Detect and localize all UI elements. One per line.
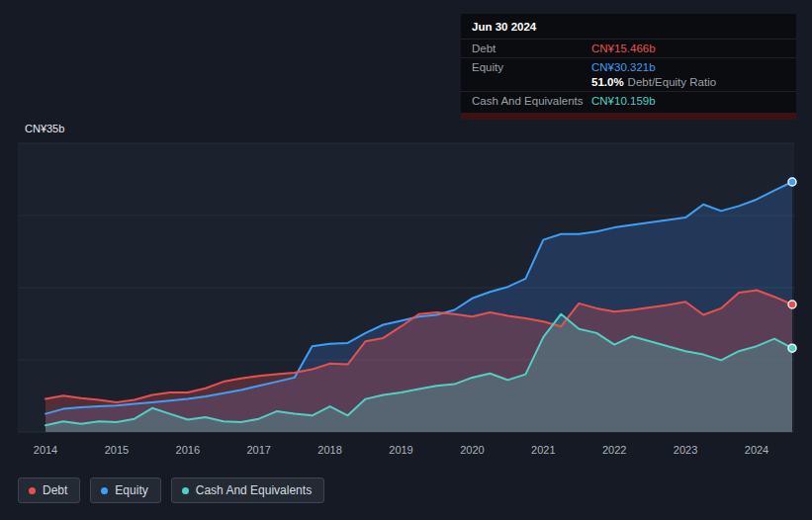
legend-item-label: Debt — [43, 483, 67, 497]
tooltip-cash-label: Cash And Equivalents — [472, 95, 591, 107]
tooltip-cash-value: CN¥10.159b — [591, 95, 656, 107]
debt-equity-history-panel: Jun 30 2024 Debt CN¥15.466b Equity CN¥30… — [0, 0, 812, 520]
x-tick-label: 2019 — [389, 444, 412, 456]
x-axis: 2014201520162017201820192020202120222023… — [18, 444, 794, 458]
cash-endpoint-marker — [788, 344, 796, 352]
legend-item-equity[interactable]: Equity — [90, 477, 160, 503]
area-chart[interactable] — [18, 143, 794, 432]
x-tick-label: 2018 — [317, 444, 341, 456]
x-tick-label: 2015 — [105, 444, 129, 456]
tooltip-date: Jun 30 2024 — [461, 14, 796, 39]
tooltip-equity-row: Equity CN¥30.321b — [461, 57, 796, 76]
x-tick-label: 2022 — [602, 444, 626, 456]
tooltip-card: Jun 30 2024 Debt CN¥15.466b Equity CN¥30… — [461, 14, 796, 120]
cash-legend-dot-icon — [182, 487, 189, 494]
x-tick-label: 2016 — [176, 444, 200, 456]
y-axis-max-label: CN¥35b — [25, 123, 64, 134]
tooltip-equity-label: Equity — [472, 61, 591, 73]
legend-item-label: Equity — [115, 483, 147, 497]
x-tick-label: 2014 — [34, 444, 57, 456]
legend-item-debt[interactable]: Debt — [18, 477, 80, 503]
equity-legend-dot-icon — [101, 487, 108, 494]
tooltip-debt-highlight-strip — [461, 113, 796, 120]
debt-legend-dot-icon — [29, 487, 36, 494]
x-tick-label: 2023 — [674, 444, 697, 456]
debt-endpoint-marker — [788, 301, 796, 308]
legend-item-label: Cash And Equivalents — [196, 483, 312, 497]
x-tick-label: 2017 — [246, 444, 270, 456]
legend: DebtEquityCash And Equivalents — [18, 477, 324, 503]
x-tick-label: 2020 — [460, 444, 484, 456]
tooltip-debt-label: Debt — [472, 43, 591, 54]
tooltip-debt-value: CN¥15.466b — [591, 43, 656, 54]
tooltip-ratio-value: 51.0%Debt/Equity Ratio — [591, 76, 716, 88]
equity-endpoint-marker — [788, 178, 796, 186]
tooltip-cash-row: Cash And Equivalents CN¥10.159b — [461, 91, 796, 110]
tooltip-ratio-row: 51.0%Debt/Equity Ratio — [461, 76, 796, 91]
legend-item-cash[interactable]: Cash And Equivalents — [171, 477, 324, 503]
x-tick-label: 2024 — [745, 444, 768, 456]
tooltip-equity-value: CN¥30.321b — [591, 61, 656, 73]
x-tick-label: 2021 — [531, 444, 555, 456]
tooltip-debt-row: Debt CN¥15.466b — [461, 39, 796, 57]
